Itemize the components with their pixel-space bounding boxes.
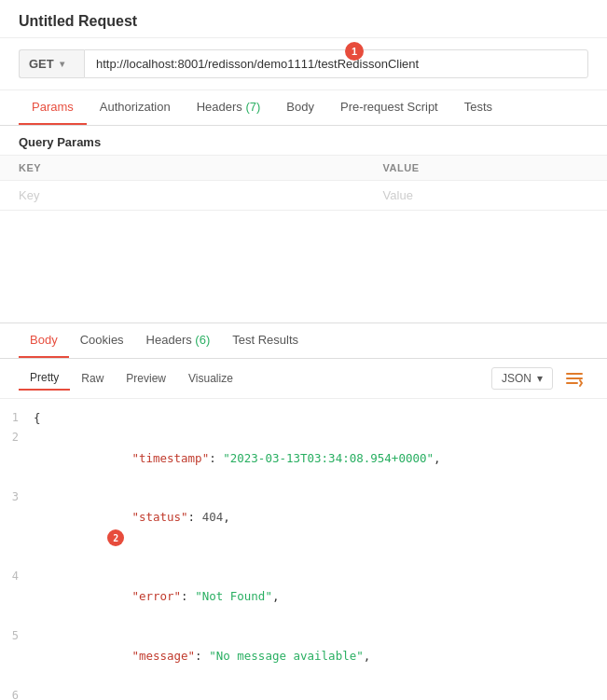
code-line-1: 1 { xyxy=(0,408,607,428)
params-table: KEY VALUE Key Value xyxy=(0,155,607,211)
line-num-3: 3 xyxy=(0,487,34,506)
url-badge: 1 xyxy=(345,42,364,61)
wrap-icon[interactable] xyxy=(560,366,588,391)
line-num-1: 1 xyxy=(0,408,34,427)
url-input[interactable] xyxy=(84,49,588,78)
line-num-6: 6 xyxy=(0,686,34,701)
preview-button[interactable]: Preview xyxy=(115,367,177,390)
response-tab-headers[interactable]: Headers (6) xyxy=(135,323,222,358)
line-content-1: { xyxy=(34,408,607,428)
line-num-5: 5 xyxy=(0,626,34,645)
params-row: Key Value xyxy=(0,181,607,211)
url-bar: GET ▾ 1 xyxy=(0,38,607,90)
header: Untitled Request xyxy=(0,0,607,38)
pretty-button[interactable]: Pretty xyxy=(19,366,70,391)
response-tabs: Body Cookies Headers (6) Test Results xyxy=(0,323,607,359)
method-select[interactable]: GET ▾ xyxy=(19,49,84,78)
method-chevron-icon: ▾ xyxy=(60,59,64,69)
line-content-3: "status": 404, 2 xyxy=(34,487,607,567)
content-spacer xyxy=(0,211,607,323)
value-cell[interactable]: Value xyxy=(365,181,607,211)
request-tabs: Params Authorization Headers (7) Body Pr… xyxy=(0,90,607,126)
visualize-button[interactable]: Visualize xyxy=(177,367,244,390)
page-title: Untitled Request xyxy=(19,13,137,29)
code-line-2: 2 "timestamp": "2023-03-13T03:34:08.954+… xyxy=(0,428,607,487)
tab-authorization[interactable]: Authorization xyxy=(87,90,184,125)
tab-headers[interactable]: Headers (7) xyxy=(184,90,274,125)
code-view: 1 { 2 "timestamp": "2023-03-13T03:34:08.… xyxy=(0,399,607,700)
key-cell[interactable]: Key xyxy=(0,181,365,211)
line-content-5: "message": "No message available", xyxy=(34,626,607,686)
tab-tests[interactable]: Tests xyxy=(451,90,505,125)
response-badge: 2 xyxy=(107,529,124,546)
code-line-6: 6 "path": "/redisson/demo1111/testRediss… xyxy=(0,686,607,701)
response-tab-test-results[interactable]: Test Results xyxy=(221,323,310,358)
format-toolbar: Pretty Raw Preview Visualize JSON ▾ xyxy=(0,359,607,399)
tab-body[interactable]: Body xyxy=(273,90,327,125)
raw-button[interactable]: Raw xyxy=(70,367,115,390)
json-chevron-icon: ▾ xyxy=(537,372,543,385)
code-line-3: 3 "status": 404, 2 xyxy=(0,487,607,567)
json-selector-label: JSON xyxy=(502,372,531,385)
headers-badge: (7) xyxy=(245,100,260,114)
line-content-6: "path": "/redisson/demo1111/testRedisson… xyxy=(34,686,607,701)
query-params-label: Query Params xyxy=(0,126,607,155)
code-line-5: 5 "message": "No message available", xyxy=(0,626,607,686)
value-column-header: VALUE xyxy=(365,156,607,181)
json-selector[interactable]: JSON ▾ xyxy=(491,367,553,390)
line-num-4: 4 xyxy=(0,567,34,585)
method-label: GET xyxy=(29,57,54,71)
response-headers-badge: (6) xyxy=(195,333,210,347)
response-tab-cookies[interactable]: Cookies xyxy=(69,323,135,358)
page-container: Untitled Request GET ▾ 1 Params Authoriz… xyxy=(0,0,607,700)
key-column-header: KEY xyxy=(0,156,365,181)
wrap-lines-icon xyxy=(564,368,585,389)
response-tab-body[interactable]: Body xyxy=(19,323,69,358)
tab-pre-request-script[interactable]: Pre-request Script xyxy=(327,90,451,125)
line-content-4: "error": "Not Found", xyxy=(34,567,607,626)
tab-params[interactable]: Params xyxy=(19,90,87,125)
code-line-4: 4 "error": "Not Found", xyxy=(0,567,607,626)
line-content-2: "timestamp": "2023-03-13T03:34:08.954+00… xyxy=(34,428,607,487)
line-num-2: 2 xyxy=(0,428,34,446)
response-section: Body Cookies Headers (6) Test Results Pr… xyxy=(0,323,607,700)
